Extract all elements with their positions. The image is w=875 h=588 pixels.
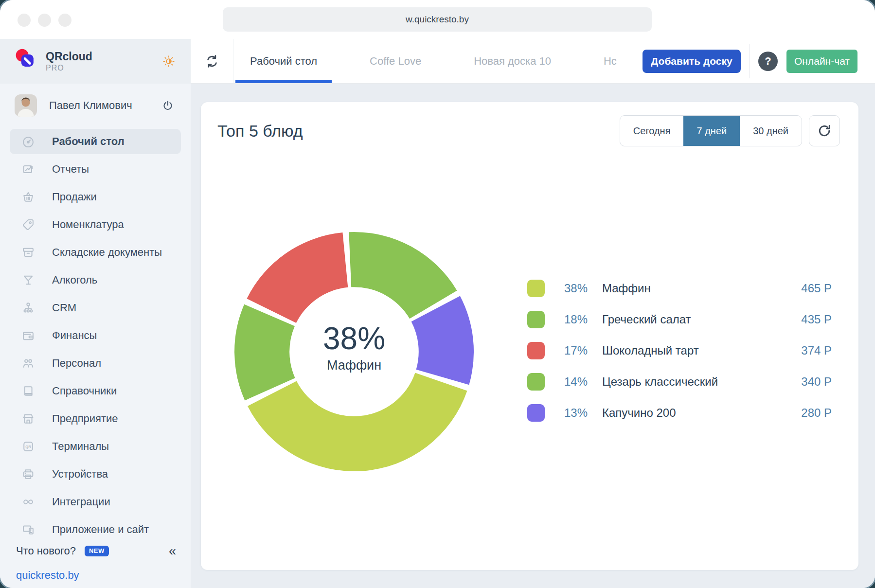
board-tab[interactable]: Рабочий стол xyxy=(235,39,332,83)
legend-row[interactable]: 38% Маффин 465 Р xyxy=(527,278,832,299)
legend-amount: 435 Р xyxy=(801,313,832,326)
sidebar-item-label: Персонал xyxy=(52,357,101,370)
window-controls xyxy=(18,14,71,27)
whats-new-row[interactable]: Что нового? NEW « xyxy=(16,540,175,562)
sidebar-item[interactable]: Номенклатура xyxy=(10,212,181,237)
legend-dish-name: Капучино 200 xyxy=(602,406,676,420)
sync-button[interactable] xyxy=(191,39,233,83)
sidebar-item[interactable]: Финансы xyxy=(10,323,181,348)
legend-percent: 13% xyxy=(564,406,599,420)
sidebar-item[interactable]: Персонал xyxy=(10,351,181,376)
legend-row[interactable]: 14% Цезарь классический 340 Р xyxy=(527,371,832,392)
sidebar-item[interactable]: Рабочий стол xyxy=(10,129,181,154)
window-minimize-button[interactable] xyxy=(38,14,51,27)
browser-window: w.quickresto.by QRcloud PRO xyxy=(0,0,875,588)
online-chat-button[interactable]: Онлайн-чат xyxy=(786,50,857,73)
sidebar-item[interactable]: Предприятие xyxy=(10,406,181,431)
period-option[interactable]: 7 дней xyxy=(683,116,740,146)
sidebar-nav: Рабочий стол Отчеты Продажи Номе xyxy=(0,129,191,540)
sidebar-item-label: Номенклатура xyxy=(52,218,124,231)
top-dishes-card: Топ 5 блюд Сегодня 7 дней xyxy=(201,102,858,570)
legend-amount: 374 Р xyxy=(801,344,832,357)
help-button[interactable]: ? xyxy=(758,52,778,71)
donut-slice[interactable] xyxy=(248,373,467,472)
donut-slices xyxy=(234,232,474,471)
period-option[interactable]: Сегодня xyxy=(620,116,684,146)
sidebar-item[interactable]: QR Терминалы xyxy=(10,434,181,459)
legend-amount: 465 Р xyxy=(801,282,832,295)
sidebar-item-label: CRM xyxy=(52,302,76,314)
legend-dish-name: Цезарь классический xyxy=(602,375,718,389)
window-maximize-button[interactable] xyxy=(58,14,71,27)
board-tab[interactable]: Нс xyxy=(589,39,631,83)
window-close-button[interactable] xyxy=(18,14,31,27)
sidebar-item[interactable]: CRM xyxy=(10,295,181,321)
book-icon xyxy=(21,384,35,398)
sidebar-item[interactable]: Складские документы xyxy=(10,240,181,265)
browser-chrome: w.quickresto.by xyxy=(0,0,875,39)
legend-color-tile xyxy=(527,404,545,422)
svg-text:QR: QR xyxy=(25,445,31,449)
sidebar-item-label: Справочники xyxy=(52,385,117,397)
sidebar-item-label: Складские документы xyxy=(52,246,162,259)
board-tab[interactable]: Новая доска 10 xyxy=(459,39,566,83)
martini-icon xyxy=(21,273,35,287)
legend-percent: 38% xyxy=(564,282,599,295)
brand-name: QRcloud xyxy=(46,50,92,63)
donut-slice[interactable] xyxy=(349,232,457,319)
legend-percent: 18% xyxy=(564,313,599,326)
dashboard-content: Топ 5 блюд Сегодня 7 дней xyxy=(191,84,875,588)
donut-slice[interactable] xyxy=(234,304,295,401)
legend-dish-name: Маффин xyxy=(602,282,651,295)
donut-slice[interactable] xyxy=(247,232,348,323)
user-row[interactable]: Павел Климович xyxy=(0,89,191,123)
sidebar-item[interactable]: Устройства xyxy=(10,462,181,487)
sidebar-item[interactable]: Продажи xyxy=(10,184,181,210)
gauge-icon xyxy=(21,135,35,148)
sidebar-item-label: Интеграции xyxy=(52,496,110,508)
topbar-divider xyxy=(749,44,750,78)
legend-row[interactable]: 18% Греческий салат 435 Р xyxy=(527,309,832,330)
report-icon xyxy=(21,162,35,176)
board-tab[interactable]: Coffe Love xyxy=(355,39,436,83)
legend-row[interactable]: 13% Капучино 200 280 Р xyxy=(527,402,832,424)
logout-power-icon[interactable] xyxy=(161,99,174,112)
sidebar-item-label: Алкоголь xyxy=(52,274,97,286)
legend-row[interactable]: 17% Шоколадный тарт 374 Р xyxy=(527,340,832,361)
period-segmented-control: Сегодня 7 дней 30 дней xyxy=(620,115,802,146)
site-link[interactable]: quickresto.by xyxy=(16,569,79,582)
sidebar-item[interactable]: Отчеты xyxy=(10,157,181,182)
printer-icon xyxy=(21,467,35,481)
period-option[interactable]: 30 дней xyxy=(740,116,802,146)
legend-color-tile xyxy=(527,342,545,359)
sidebar-item-label: Предприятие xyxy=(52,412,118,425)
sidebar-item-label: Устройства xyxy=(52,468,108,481)
integrations-icon xyxy=(21,495,35,509)
legend-amount: 280 Р xyxy=(801,406,832,420)
sidebar-item-label: Финансы xyxy=(52,329,97,342)
address-bar[interactable]: w.quickresto.by xyxy=(223,7,652,32)
sidebar-item-label: Отчеты xyxy=(52,163,89,176)
legend-color-tile xyxy=(527,373,545,391)
theme-sun-icon[interactable] xyxy=(162,54,176,68)
add-board-button[interactable]: Добавить доску xyxy=(643,50,741,73)
sidebar-item[interactable]: Справочники xyxy=(10,378,181,404)
sidebar-item[interactable]: Приложение и сайт xyxy=(10,517,181,540)
sidebar-item[interactable]: Интеграции xyxy=(10,489,181,515)
legend-color-tile xyxy=(527,311,545,328)
storefront-icon xyxy=(21,412,35,426)
donut-chart xyxy=(232,230,476,473)
legend-dish-name: Греческий салат xyxy=(602,313,691,326)
sidebar-footer: Что нового? NEW « quickresto.by xyxy=(0,540,191,588)
staff-icon xyxy=(21,356,35,370)
sidebar-item-label: Терминалы xyxy=(52,440,109,453)
main-area: Рабочий стол Coffe Love Новая доска 10 Н… xyxy=(191,39,875,588)
basket-icon xyxy=(21,190,35,204)
crm-icon xyxy=(21,301,35,315)
refresh-chart-button[interactable] xyxy=(809,115,840,146)
collapse-sidebar-icon[interactable]: « xyxy=(169,545,175,558)
legend-dish-name: Шоколадный тарт xyxy=(602,344,699,357)
period-filters: Сегодня 7 дней 30 дней xyxy=(620,115,840,146)
sidebar-item[interactable]: Алкоголь xyxy=(10,267,181,293)
new-badge: NEW xyxy=(85,546,109,556)
